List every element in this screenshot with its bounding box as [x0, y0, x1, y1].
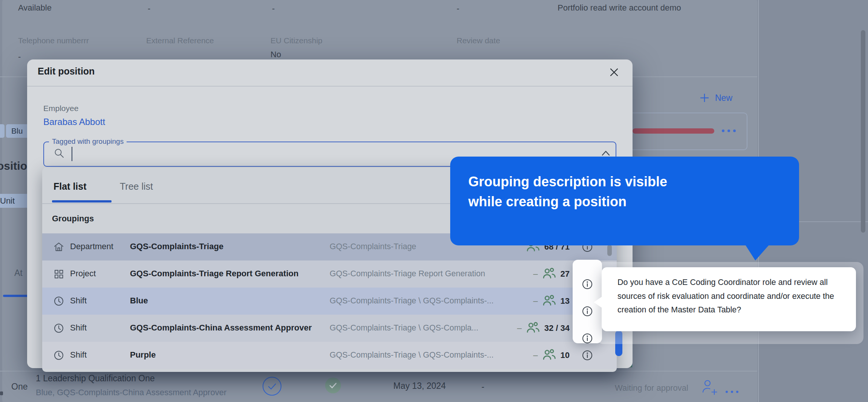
row-count: 27	[561, 269, 570, 279]
grouping-row-shift-china[interactable]: Shift GQS-Complaints-China Assessment Ap…	[42, 315, 617, 342]
status-waiting-approval: Waiting for approval	[615, 383, 688, 393]
row-path: GQS-Complaints-Triage \ GQS-Compla...	[330, 323, 478, 333]
dialog-header-divider	[27, 86, 633, 87]
groupings-section-title: Groupings	[52, 214, 94, 224]
grouping-row-shift-purple[interactable]: Shift Purple GQS-Complaints-Triage \ GQS…	[42, 342, 617, 369]
qualification-title: 1 Leadership Qualification One	[36, 373, 155, 384]
qualification-subtitle: Blue, GQS-Complaints-China Assessment Ap…	[36, 388, 226, 397]
person-add-icon[interactable]	[699, 377, 719, 398]
row-path: GQS-Complaints-Triage \ GQS-Complaints-.…	[330, 350, 494, 360]
row-count: 10	[561, 350, 570, 360]
empty-value-dash: -	[272, 4, 275, 14]
tooltip-text: Do you have a CoE Coding Coordinator rol…	[617, 276, 837, 317]
home-icon	[53, 241, 65, 254]
info-icon[interactable]	[581, 278, 593, 292]
check-circle-filled-icon	[325, 377, 341, 395]
row-type: Project	[70, 269, 96, 279]
row-cell-one: One	[11, 382, 28, 392]
people-icon	[541, 294, 557, 309]
row-count-cluster: – 32 / 34	[517, 321, 570, 335]
text-fragment	[0, 391, 3, 395]
review-date-label: Review date	[457, 36, 500, 45]
row-type: Department	[70, 242, 113, 251]
account-name-value: Portfolio read write account demo	[558, 3, 681, 13]
tag-chip-unit: Unit	[0, 194, 27, 208]
row-name: Purple	[130, 350, 156, 360]
row-dash: –	[533, 296, 538, 306]
empty-value-dash: -	[148, 4, 150, 14]
eu-citizenship-label: EU Citizenship	[270, 36, 322, 45]
clock-icon	[53, 295, 65, 309]
page-scrollbar[interactable]	[861, 30, 865, 233]
empty-value-dash: -	[481, 382, 484, 392]
row-count-cluster: – 27	[533, 267, 570, 281]
tag-chip-fragment	[0, 124, 5, 138]
telephone-value: -	[18, 52, 21, 62]
tab-tree-list[interactable]: Tree list	[120, 181, 153, 192]
page-heading-fragment: ositio	[0, 160, 27, 172]
text-cursor	[72, 147, 72, 161]
progress-bar	[633, 128, 714, 134]
tab-flat-list[interactable]: Flat list	[53, 181, 87, 192]
status-available-value: Available	[18, 3, 52, 13]
background-tab-fragment[interactable]: At	[14, 268, 23, 278]
employee-name-link[interactable]: Barabas Abbott	[43, 117, 105, 127]
dropdown-scrollbar[interactable]	[607, 245, 612, 256]
row-dash: –	[533, 269, 538, 279]
clock-icon	[53, 349, 65, 363]
info-icon[interactable]	[581, 349, 593, 363]
row-path: GQS-Complaints-Triage Report Generation	[330, 269, 485, 279]
row-count: 32 / 34	[544, 323, 570, 333]
search-icon	[53, 147, 65, 161]
row-path: GQS-Complaints-Triage \ GQS-Complaints-.…	[330, 296, 494, 306]
screen: Available - - - Portfolio read write acc…	[0, 0, 868, 402]
row-dash: –	[517, 323, 521, 333]
row-path: GQS-Complaints-Triage	[330, 242, 416, 251]
row-name: GQS-Complaints-Triage	[130, 242, 223, 251]
info-icon[interactable]	[581, 305, 593, 319]
combobox-floating-label: Tagged with groupings	[49, 137, 127, 146]
clock-icon	[53, 322, 65, 336]
plus-icon	[699, 93, 710, 105]
active-tab-indicator	[3, 295, 29, 297]
annotation-callout: Grouping description is visible while cr…	[450, 157, 799, 245]
external-reference-label: External Reference	[146, 36, 214, 45]
grouping-row-project[interactable]: Project GQS-Complaints-Triage Report Gen…	[42, 260, 617, 288]
dialog-title: Edit position	[38, 66, 95, 77]
row-type: Shift	[70, 296, 87, 306]
people-icon	[525, 321, 541, 336]
empty-value-dash: -	[457, 4, 459, 14]
people-icon	[541, 348, 557, 363]
row-count-cluster: – 10	[533, 349, 570, 362]
row-type: Shift	[70, 323, 87, 333]
callout-line1: Grouping description is visible	[468, 172, 667, 192]
close-icon[interactable]	[609, 67, 619, 79]
grouping-row-shift-blue[interactable]: Shift Blue GQS-Complaints-Triage \ GQS-C…	[42, 288, 617, 315]
row-name: GQS-Complaints-Triage Report Generation	[130, 269, 298, 279]
info-icon[interactable]	[581, 332, 593, 346]
active-tab-underline	[52, 200, 112, 203]
review-date-value: May 13, 2024	[393, 381, 446, 391]
check-circle-outline-icon	[262, 376, 282, 398]
row-name: GQS-Complaints-China Assessment Approver	[130, 323, 312, 333]
employee-label: Employee	[43, 104, 78, 113]
callout-line2: while creating a position	[468, 192, 627, 212]
grid-icon	[53, 268, 65, 282]
row-dash: –	[533, 350, 538, 360]
new-button-label: New	[715, 93, 732, 103]
row-type: Shift	[70, 350, 87, 360]
row-count-cluster: – 13	[533, 294, 570, 308]
grouping-description-tooltip: Do you have a CoE Coding Coordinator rol…	[602, 267, 856, 331]
eu-citizenship-value: No	[270, 50, 281, 59]
row-name: Blue	[130, 296, 148, 306]
people-icon	[541, 266, 557, 282]
row-count: 13	[561, 296, 570, 306]
telephone-label: Telephone numberrr	[18, 36, 89, 45]
